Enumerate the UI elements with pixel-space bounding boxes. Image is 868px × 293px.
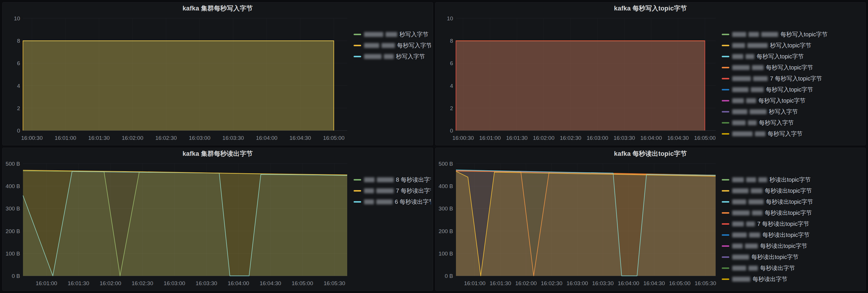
legend-item[interactable]: 每秒写入topic字节 (722, 62, 864, 73)
legend-label: 每秒读出topic字节 (751, 253, 799, 261)
legend-color-dash (722, 190, 729, 192)
legend-color-dash (722, 111, 729, 112)
x-axis-tick-label: 16:03:00 (587, 135, 608, 141)
redacted-series-name (364, 32, 383, 37)
legend-item[interactable]: 每秒写入topic字节 (722, 29, 864, 40)
redacted-series-name (732, 277, 750, 282)
chart-svg: 0 B100 B200 B300 B400 B500 B16:01:0016:0… (4, 160, 353, 289)
redacted-series-name (732, 43, 745, 48)
legend-color-dash (722, 223, 729, 225)
legend-item[interactable]: 秒读出topic字节 (722, 174, 864, 185)
x-axis-tick-label: 16:02:30 (155, 135, 177, 141)
legend-item[interactable]: 6 每秒读出字节 (353, 196, 431, 207)
x-axis-tick-label: 16:03:00 (189, 135, 210, 141)
legend-color-dash (353, 179, 361, 181)
x-axis-tick-label: 16:04:00 (228, 280, 249, 286)
legend-color-dash (722, 89, 729, 90)
chart-area[interactable]: 024681016:00:3016:01:0016:01:3016:02:001… (437, 14, 722, 144)
x-axis-tick-label: 16:04:30 (290, 135, 311, 141)
legend-label: 秒写入字节 (396, 53, 425, 61)
redacted-series-name (732, 232, 747, 237)
x-axis-tick-label: 16:02:30 (132, 280, 153, 286)
redacted-series-name (752, 65, 764, 70)
legend-label: 秒写入topic字节 (770, 41, 811, 50)
legend-item[interactable]: 每秒写入字节 (722, 117, 864, 128)
y-axis-tick-label: 300 B (5, 205, 20, 211)
legend-item[interactable]: 8 每秒读出字节 (353, 174, 431, 185)
redacted-series-name (732, 120, 746, 125)
y-axis-tick-label: 6 (450, 60, 453, 66)
legend-item[interactable]: 每秒写入topic字节 (722, 84, 864, 95)
legend-color-dash (353, 56, 361, 57)
legend-label: 每秒写入topic字节 (766, 64, 813, 71)
legend-item[interactable]: 每秒读出topic字节 (722, 185, 864, 196)
x-axis-tick-label: 16:04:30 (643, 280, 665, 286)
legend-color-dash (722, 67, 729, 68)
legend-item[interactable]: 每秒写入字节 (722, 128, 864, 139)
panel-title[interactable]: kafka 每秒读出topic字节 (436, 148, 866, 160)
legend-color-dash (722, 133, 729, 135)
chart-area[interactable]: 0 B100 B200 B300 B400 B500 B16:01:0016:0… (437, 160, 722, 289)
legend-item[interactable]: 每秒读出字节 (722, 273, 864, 285)
x-axis-tick-label: 16:01:30 (506, 135, 527, 141)
redacted-series-name (381, 43, 395, 48)
legend-item[interactable]: 每秒读出topic字节 (722, 252, 864, 262)
panel-title[interactable]: kafka 集群每秒读出字节 (3, 148, 433, 160)
x-axis-tick-label: 16:02:00 (100, 280, 121, 286)
redacted-series-name (732, 131, 752, 136)
legend-color-dash (722, 234, 729, 236)
redacted-series-name (751, 188, 763, 193)
redacted-series-name (746, 98, 756, 103)
legend-item[interactable]: 7 每秒读出topic字节 (722, 218, 864, 229)
legend-label: 7 每秒读出topic字节 (757, 220, 809, 228)
y-axis-tick-label: 4 (450, 83, 453, 89)
legend-color-dash (722, 256, 729, 258)
y-axis-tick-label: 2 (450, 105, 453, 111)
legend-item[interactable]: 每秒读出字节 (722, 262, 864, 273)
redacted-series-name (748, 32, 759, 37)
legend-label: 秒读出topic字节 (769, 176, 811, 184)
legend-label: 7 每秒读出字节 (396, 187, 431, 195)
legend-item[interactable]: 秒写入topic字节 (722, 40, 864, 51)
panel-title[interactable]: kafka 集群每秒写入字节 (3, 3, 433, 14)
legend-item[interactable]: 7 每秒读出字节 (353, 185, 431, 196)
redacted-series-name (748, 266, 758, 271)
redacted-series-name (752, 210, 763, 216)
legend-item[interactable]: 每秒读出topic字节 (722, 207, 864, 218)
y-axis-tick-label: 300 B (438, 205, 453, 211)
panel-title[interactable]: kafka 每秒写入topic字节 (436, 3, 866, 14)
legend-item[interactable]: 7 每秒写入topic字节 (722, 73, 864, 84)
legend-label: 每秒写入字节 (397, 41, 431, 50)
redacted-series-name (732, 98, 744, 103)
x-axis-tick-label: 16:01:30 (489, 280, 511, 286)
redacted-series-name (732, 188, 748, 193)
x-axis-tick-label: 16:02:00 (515, 280, 536, 286)
grafana-dashboard: kafka 集群每秒写入字节 024681016:00:3016:01:0016… (0, 0, 868, 293)
legend-color-dash (722, 201, 729, 203)
redacted-series-name (385, 32, 397, 37)
redacted-series-name (732, 32, 746, 37)
x-axis-tick-label: 16:03:30 (196, 280, 217, 286)
redacted-series-name (749, 232, 760, 237)
panel-title-text: kafka 每秒写入topic字节 (614, 4, 687, 13)
legend-item[interactable]: 每秒写入topic字节 (722, 95, 864, 106)
legend-item[interactable]: 秒写入字节 (353, 51, 431, 62)
legend-item[interactable]: 秒写入字节 (722, 106, 864, 117)
legend-item[interactable]: 秒写入字节 (353, 29, 431, 40)
legend-label: 6 每秒读出字节 (395, 198, 431, 206)
x-axis-tick-label: 16:04:30 (260, 280, 281, 286)
chart-area[interactable]: 0 B100 B200 B300 B400 B500 B16:01:0016:0… (4, 160, 353, 289)
panel-body: 024681016:00:3016:01:0016:01:3016:02:001… (436, 14, 866, 145)
legend-color-dash (722, 279, 729, 280)
legend-item[interactable]: 每秒读出topic字节 (722, 240, 864, 252)
legend-item[interactable]: 每秒读出topic字节 (722, 196, 864, 207)
chart-area[interactable]: 024681016:00:3016:01:0016:01:3016:02:001… (4, 14, 353, 144)
legend: 每秒写入topic字节秒写入topic字节每秒写入topic字节每秒写入topi… (722, 14, 864, 144)
x-axis-tick-label: 16:01:00 (55, 135, 76, 141)
legend-item[interactable]: 每秒读出topic字节 (722, 229, 864, 240)
y-axis-tick-label: 0 B (444, 273, 453, 279)
x-axis-tick-label: 16:04:00 (640, 135, 662, 141)
legend-item[interactable]: 每秒写入topic字节 (722, 51, 864, 62)
legend-item[interactable]: 每秒写入字节 (353, 40, 431, 51)
redacted-series-name (748, 120, 756, 125)
